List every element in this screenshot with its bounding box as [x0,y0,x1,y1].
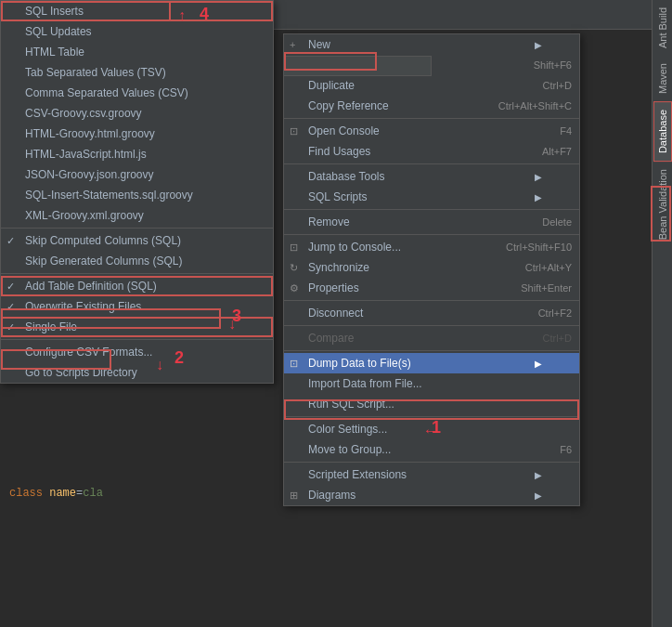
separator-1 [1,228,273,229]
code-name: name [49,487,76,500]
menu-item-sql-scripts[interactable]: SQL Scripts ▶ [284,187,579,207]
menu-item-compare[interactable]: Compare Ctrl+D [284,328,579,348]
menu-label: Configure CSV Formats... [25,346,152,359]
menu-item-move-to-group[interactable]: Move to Group... F6 [284,439,579,460]
menu-item-jump-to-console[interactable]: ⊡ Jump to Console... Ctrl+Shift+F10 [284,237,579,257]
properties-icon: ⚙ [290,282,299,294]
search-box[interactable] [283,56,432,76]
plus-icon: + [290,39,295,50]
menu-label: Run SQL Script... [308,398,394,411]
menu-label: Go to Scripts Directory [25,366,137,379]
menu-item-single-file[interactable]: ✓ Single File [1,317,273,337]
menu-item-html-table[interactable]: HTML Table [1,42,273,62]
menu-item-disconnect[interactable]: Disconnect Ctrl+F2 [284,303,579,323]
menu-item-synchronize[interactable]: ↻ Synchronize Ctrl+Alt+Y [284,257,579,278]
menu-label: Color Settings... [308,423,387,436]
jump-icon: ⊡ [290,242,298,254]
menu-item-open-console[interactable]: ⊡ Open Console F4 [284,121,579,141]
menu-label: Overwrite Existing Files [25,300,141,313]
diagrams-icon: ⊞ [290,490,298,502]
menu-item-configure-csv[interactable]: Configure CSV Formats... [1,342,273,362]
menu-item-find-usages[interactable]: Find Usages Alt+F7 [284,141,579,162]
separator-r5 [284,300,579,301]
menu-label: Scripted Extensions [308,468,407,481]
check-icon: ✓ [6,235,15,247]
menu-item-xml-groovy[interactable]: XML-Groovy.xml.groovy [1,205,273,226]
separator-r2 [284,163,579,164]
separator-r4 [284,234,579,235]
shortcut-label: Delete [542,216,572,228]
menu-item-csv-groovy[interactable]: CSV-Groovy.csv.groovy [1,103,273,124]
menu-item-tsv[interactable]: Tab Separated Values (TSV) [1,62,273,83]
menu-label: Open Console [308,124,380,137]
menu-label: Jump to Console... [308,241,401,254]
right-panel-tabs: Ant Build Maven Database Bean Validation [652,0,672,627]
menu-item-import-data[interactable]: Import Data from File... [284,373,579,394]
menu-item-duplicate[interactable]: Duplicate Ctrl+D [284,75,579,96]
shortcut-label: Ctrl+Alt+Y [525,262,572,273]
menu-item-run-sql[interactable]: Run SQL Script... [284,394,579,414]
arrow-icon: ▶ [535,359,542,369]
menu-item-remove[interactable]: Remove Delete [284,212,579,232]
menu-item-copy-reference[interactable]: Copy Reference Ctrl+Alt+Shift+C [284,96,579,116]
dump-icon: ⊡ [290,358,298,370]
menu-item-scripted-extensions[interactable]: Scripted Extensions ▶ [284,464,579,485]
sync-icon: ↻ [290,262,298,274]
menu-label: JSON-Groovy.json.groovy [25,168,154,181]
menu-label: Synchronize [308,261,369,274]
menu-item-dump-data[interactable]: ⊡ Dump Data to File(s) ▶ [284,353,579,373]
shortcut-label: F6 [560,444,572,455]
arrow-icon: ▶ [535,470,542,480]
menu-label: Add Table Definition (SQL) [25,280,157,293]
shortcut-label: Ctrl+D [543,80,572,91]
menu-item-sql-inserts[interactable]: SQL Inserts [1,1,273,21]
menu-label: Skip Computed Columns (SQL) [25,234,181,247]
menu-label: Comma Separated Values (CSV) [25,86,188,99]
menu-item-goto-scripts[interactable]: Go to Scripts Directory [1,362,273,383]
menu-label: Tab Separated Values (TSV) [25,66,166,79]
tab-database[interactable]: Database [653,101,672,162]
menu-item-html-js[interactable]: HTML-JavaScript.html.js [1,144,273,164]
shortcut-label: Ctrl+D [543,333,572,344]
arrow-icon: ▶ [535,40,542,50]
shortcut-label: Shift+F6 [534,59,572,71]
menu-item-skip-computed[interactable]: ✓ Skip Computed Columns (SQL) [1,230,273,251]
menu-item-sql-insert-groovy[interactable]: SQL-Insert-Statements.sql.groovy [1,185,273,205]
arrow-icon: ▶ [535,172,542,182]
menu-item-overwrite[interactable]: ✓ Overwrite Existing Files [1,296,273,317]
menu-item-new[interactable]: + New ▶ [284,34,579,55]
menu-item-json-groovy[interactable]: JSON-Groovy.json.groovy [1,164,273,185]
separator-2 [1,273,273,274]
menu-label: Find Usages [308,145,370,158]
menu-label: SQL Scripts [308,190,368,203]
menu-label: Single File [25,320,77,333]
tab-ant-build[interactable]: Ant Build [654,0,671,56]
menu-item-sql-updates[interactable]: SQL Updates [1,21,273,42]
menu-item-csv[interactable]: Comma Separated Values (CSV) [1,83,273,103]
menu-label: XML-Groovy.xml.groovy [25,209,144,222]
shortcut-label: Ctrl+F2 [538,307,572,319]
menu-item-add-table-def[interactable]: ✓ Add Table Definition (SQL) [1,276,273,296]
tab-bean-validation[interactable]: Bean Validation [654,162,671,247]
separator-3 [1,339,273,340]
menu-label: New [308,38,330,51]
menu-item-skip-generated[interactable]: Skip Generated Columns (SQL) [1,251,273,271]
check-icon: ✓ [6,321,15,333]
menu-label: Duplicate [308,79,355,92]
tab-maven[interactable]: Maven [654,56,671,101]
arrow-icon: ▶ [535,490,542,501]
menu-label: Properties [308,281,359,294]
menu-item-html-groovy[interactable]: HTML-Groovy.html.groovy [1,124,273,144]
separator-r8 [284,416,579,417]
menu-label: Diagrams [308,489,355,502]
console-icon: ⊡ [290,125,298,137]
menu-label: Dump Data to File(s) [308,357,411,370]
menu-item-diagrams[interactable]: ⊞ Diagrams ▶ [284,485,579,505]
menu-label: HTML Table [25,46,84,59]
menu-label: Import Data from File... [308,377,422,390]
menu-item-properties[interactable]: ⚙ Properties Shift+Enter [284,278,579,298]
menu-item-color-settings[interactable]: Color Settings... [284,419,579,439]
menu-item-database-tools[interactable]: Database Tools ▶ [284,166,579,187]
separator-r6 [284,325,579,326]
menu-label: HTML-Groovy.html.groovy [25,127,155,140]
